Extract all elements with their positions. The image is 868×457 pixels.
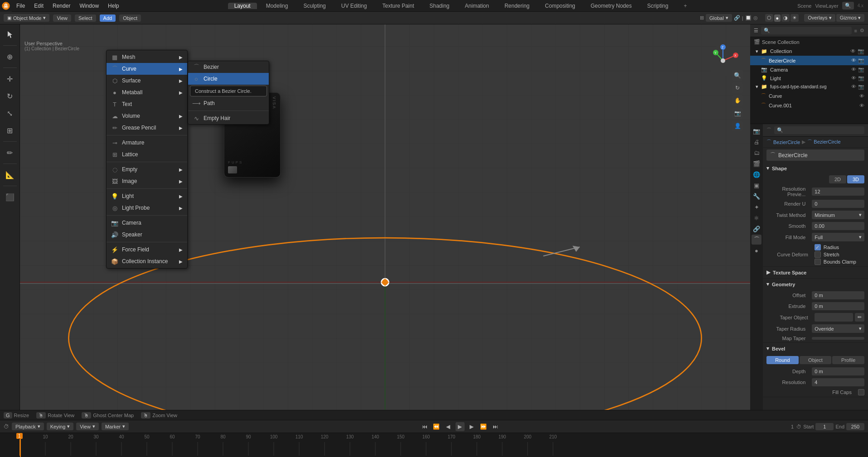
menu-help[interactable]: Help xyxy=(103,0,124,11)
submenu-empty-hair[interactable]: ∿ Empty Hair xyxy=(188,112,269,124)
move-tool[interactable]: ✛ xyxy=(2,71,18,87)
radius-checkbox[interactable]: ✓ xyxy=(815,244,821,250)
tab-uv-editing[interactable]: UV Editing xyxy=(335,3,373,9)
taper-object-value[interactable] xyxy=(815,313,853,322)
view-menu[interactable]: View xyxy=(53,14,71,22)
object-name-field[interactable]: ⌒ BezierCircle xyxy=(766,149,864,161)
submenu-circle[interactable]: ○ Circle xyxy=(188,73,269,85)
end-frame-input[interactable]: 250 xyxy=(846,423,864,430)
bounds-clamp-checkbox[interactable] xyxy=(815,259,821,265)
zoom-gizmo[interactable]: 🔍 xyxy=(732,70,743,81)
measure-tool[interactable]: 📐 xyxy=(2,167,18,183)
fill-caps-checkbox[interactable] xyxy=(858,389,864,395)
keying-menu[interactable]: Keying ▾ xyxy=(47,423,74,430)
camera-gizmo[interactable]: 📷 xyxy=(732,108,743,119)
twist-method-select[interactable]: Minimum ▾ xyxy=(812,211,864,219)
submenu-bezier[interactable]: ⌒ Bezier xyxy=(188,61,269,73)
menu-collection-instance[interactable]: 📦 Collection Instance ▶ xyxy=(107,255,187,267)
tab-shading[interactable]: Shading xyxy=(423,3,456,9)
props-data[interactable]: ⌒ xyxy=(752,235,761,245)
props-search[interactable]: 🔍 xyxy=(774,126,864,134)
outliner-item-camera[interactable]: 📷 Camera 👁 📷 xyxy=(750,65,868,74)
tab-animation[interactable]: Animation xyxy=(459,3,495,9)
tab-modeling[interactable]: Modeling xyxy=(260,3,295,9)
menu-armature[interactable]: ⊸ Armature xyxy=(107,137,187,149)
stretch-checkbox[interactable] xyxy=(815,251,821,258)
fill-mode-select[interactable]: Full ▾ xyxy=(812,233,864,241)
collection-render-icon[interactable]: 📷 xyxy=(858,48,864,54)
outliner-filter-icon[interactable]: ≡ xyxy=(854,28,857,34)
shading-solid[interactable]: ● xyxy=(774,14,781,22)
outliner-search[interactable]: 🔍 xyxy=(761,27,852,34)
light-render-icon[interactable]: 📷 xyxy=(858,75,864,81)
bevel-tab-round[interactable]: Round xyxy=(766,356,799,364)
bc-vis-icon[interactable]: 👁 xyxy=(851,58,856,63)
taper-object-edit-btn[interactable]: ✏ xyxy=(855,313,864,322)
tab-sculpting[interactable]: Sculpting xyxy=(297,3,332,9)
props-scene[interactable]: 🎬 xyxy=(752,159,761,168)
orbit-gizmo[interactable]: ↻ xyxy=(732,82,743,93)
go-start-btn[interactable]: ⏮ xyxy=(420,422,429,431)
timeline-view-menu[interactable]: View ▾ xyxy=(76,423,99,430)
smooth-value[interactable]: 0.00 xyxy=(812,222,864,230)
menu-speaker[interactable]: 🔊 Speaker xyxy=(107,229,187,241)
curve001-vis-icon[interactable]: 👁 xyxy=(859,103,864,108)
cursor-tool[interactable]: ⊕ xyxy=(2,48,18,65)
pan-gizmo[interactable]: ✋ xyxy=(732,95,743,106)
resolution-preview-value[interactable]: 12 xyxy=(812,188,864,196)
props-constraints[interactable]: 🔗 xyxy=(752,224,761,234)
bc-render-icon[interactable]: 📷 xyxy=(858,58,864,63)
menu-grease-pencil[interactable]: ✏ Grease Pencil ▶ xyxy=(107,122,187,134)
tab-compositing[interactable]: Compositing xyxy=(538,3,582,9)
menu-force-field[interactable]: ⚡ Force Field ▶ xyxy=(107,244,187,255)
outliner-item-light[interactable]: 💡 Light 👁 📷 xyxy=(750,74,868,82)
render-u-value[interactable]: 0 xyxy=(812,200,864,208)
bevel-depth-value[interactable]: 0 m xyxy=(812,367,864,375)
curve-vis-icon[interactable]: 👁 xyxy=(859,93,864,99)
marker-menu[interactable]: Marker ▾ xyxy=(102,423,129,430)
shading-rendered[interactable]: ☀ xyxy=(790,14,799,22)
shading-wireframe[interactable]: ⬡ xyxy=(765,14,773,22)
outliner-item-svg-collection[interactable]: ▾ 📁 fups-card-type-standard.svg 👁 📷 xyxy=(750,82,868,91)
toggle-2d[interactable]: 2D xyxy=(829,175,846,183)
object-menu[interactable]: Object xyxy=(119,14,141,22)
extrude-value[interactable]: 0 m xyxy=(812,302,864,310)
props-object[interactable]: ▣ xyxy=(752,180,761,190)
geometry-section-header[interactable]: ▾ Geometry xyxy=(763,279,868,290)
collection-vis-icon[interactable]: 👁 xyxy=(850,48,856,54)
submenu-path[interactable]: ⟶ Path xyxy=(188,97,269,109)
menu-text[interactable]: T Text xyxy=(107,98,187,110)
play-btn[interactable]: ▶ xyxy=(456,422,465,431)
breadcrumb-beziercircle-obj[interactable]: ⌒ xyxy=(766,139,771,145)
menu-camera[interactable]: 📷 Camera xyxy=(107,217,187,229)
tab-add[interactable]: + xyxy=(677,3,693,9)
outliner-item-curve-001[interactable]: ⌒ Curve.001 👁 xyxy=(750,101,868,110)
props-material[interactable]: ● xyxy=(752,245,761,255)
menu-surface[interactable]: ⬡ Surface ▶ xyxy=(107,75,187,87)
props-modifier[interactable]: 🔧 xyxy=(752,191,761,201)
bevel-resolution-value[interactable]: 4 xyxy=(812,378,864,386)
select-menu[interactable]: Select xyxy=(75,14,96,22)
menu-window[interactable]: Window xyxy=(75,0,103,11)
start-frame-input[interactable]: 1 xyxy=(815,423,834,430)
menu-file[interactable]: File xyxy=(12,0,29,11)
prev-frame-btn[interactable]: ◀ xyxy=(444,422,453,431)
next-keyframe-btn[interactable]: ⏩ xyxy=(479,422,488,431)
add-cube-tool[interactable]: ⬛ xyxy=(2,189,18,205)
svg-vis-icon[interactable]: 👁 xyxy=(851,84,856,90)
menu-metaball[interactable]: ● Metaball ▶ xyxy=(107,87,187,98)
menu-light-probe[interactable]: ◎ Light Probe ▶ xyxy=(107,202,187,214)
tab-texture-paint[interactable]: Texture Paint xyxy=(376,3,420,9)
outliner-item-bezier-circle[interactable]: ⌒ BezierCircle 👁 📷 xyxy=(750,56,868,65)
viewport-overlays[interactable]: Overlays ▾ xyxy=(804,14,835,22)
bevel-section-header[interactable]: ▾ Bevel xyxy=(763,343,868,354)
props-physics[interactable]: ⚛ xyxy=(752,213,761,223)
rotate-tool[interactable]: ↻ xyxy=(2,88,18,104)
menu-light[interactable]: 💡 Light ▶ xyxy=(107,190,187,202)
timeline-ruler[interactable]: 1 10 20 30 40 50 60 70 80 90 1 xyxy=(0,433,868,457)
bevel-tab-object[interactable]: Object xyxy=(800,356,832,364)
prev-keyframe-btn[interactable]: ⏪ xyxy=(432,422,441,431)
menu-mesh[interactable]: ▦ Mesh ▶ xyxy=(107,51,187,63)
menu-empty[interactable]: ◌ Empty ▶ xyxy=(107,164,187,175)
add-menu-btn[interactable]: Add xyxy=(100,14,116,22)
